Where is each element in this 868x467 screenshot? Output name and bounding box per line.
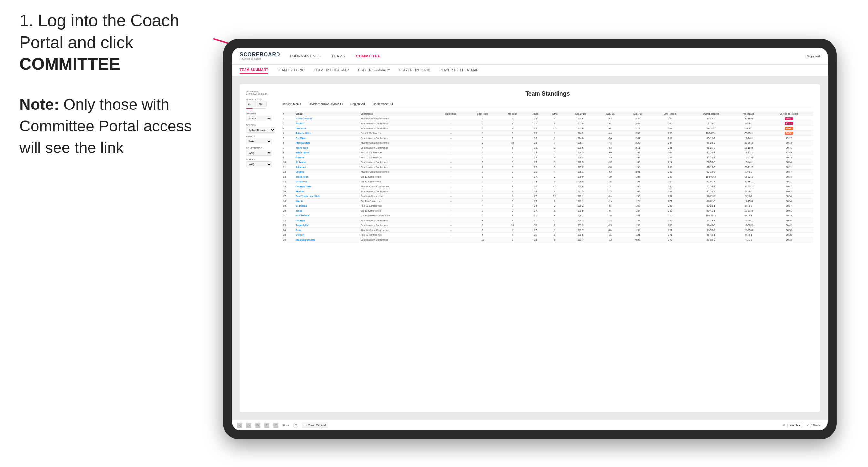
nav-item-tournaments[interactable]: TOURNAMENTS — [289, 53, 321, 60]
cell-conf-rank: 2 — [466, 126, 499, 131]
min-rounds-input-1[interactable] — [246, 101, 256, 107]
cell-school[interactable]: Auburn — [294, 121, 359, 126]
cell-overall: 109-24-2 — [689, 213, 733, 218]
toolbar-forward-icon[interactable]: ▷ — [246, 423, 251, 428]
cell-overall: 86-26-1 — [689, 155, 733, 160]
cell-school[interactable]: Georgia Tech — [294, 184, 359, 189]
nav-item-teams[interactable]: TEAMS — [332, 53, 346, 60]
cell-conf-rank: 4 — [466, 145, 499, 150]
cell-school[interactable]: Texas Tech — [294, 175, 359, 179]
cell-school[interactable]: Illinois — [294, 198, 359, 204]
toolbar-right-controls: ⤢ Share — [806, 423, 823, 428]
cell-school[interactable]: Florida — [294, 189, 359, 194]
toolbar-expand-icon[interactable]: ⤢ — [806, 424, 809, 427]
cell-school[interactable]: Oklahoma — [294, 179, 359, 184]
cell-school[interactable]: Texas — [294, 208, 359, 213]
cell-rank: 6 — [282, 141, 294, 145]
cell-overall: 66-40-1 — [689, 232, 733, 238]
cell-school[interactable]: Arizona — [294, 155, 359, 160]
cell-school[interactable]: New Mexico — [294, 213, 359, 218]
cell-rank: 5 — [282, 136, 294, 141]
table-area: Team Standings Gender: Men's Division: N… — [282, 90, 813, 242]
cell-school[interactable]: Arizona State — [294, 131, 359, 136]
cell-school[interactable]: Florida State — [294, 141, 359, 145]
min-rounds-input-2[interactable] — [257, 101, 267, 107]
toolbar-bookmark-icon[interactable]: □ — [273, 423, 278, 428]
cell-low: 260 — [652, 121, 688, 126]
view-original-button[interactable]: ☰ View: Original — [302, 423, 328, 428]
cell-school[interactable]: Duke — [294, 228, 359, 232]
table-scroll-container[interactable]: # School Conference Reg Rank Conf Rank N… — [282, 112, 813, 242]
table-row: 15 Georgia Tech Atlantic Coast Conferenc… — [282, 184, 813, 189]
region-select[interactable]: N/A — [246, 138, 272, 144]
toolbar-grid-icon[interactable]: ⊞ — [282, 424, 285, 427]
sub-nav-team-h2h-grid[interactable]: TEAM H2H GRID — [277, 67, 305, 73]
sub-nav-player-h2h-grid[interactable]: PLAYER H2H GRID — [399, 67, 431, 73]
cell-wins: 4 — [545, 189, 564, 194]
sub-nav-team-h2h-heatmap[interactable]: TEAM H2H HEATMAP — [314, 67, 349, 73]
cell-school[interactable]: Arkansas — [294, 165, 359, 169]
nav-item-committee[interactable]: COMMITTEE — [356, 53, 380, 60]
cell-no-tour: 9 — [499, 175, 526, 179]
cell-no-tour: 8 — [499, 179, 526, 184]
division-select[interactable]: NCAA Division I — [246, 127, 275, 133]
cell-school[interactable]: East Tennessee State — [294, 194, 359, 198]
toolbar-dots-icon[interactable]: ••• — [286, 424, 289, 427]
toolbar-refresh-icon[interactable]: ↻ — [255, 423, 260, 428]
cell-conf-rank: 1 — [466, 213, 499, 218]
cell-conference: Southeastern Conference — [359, 136, 435, 141]
cell-school[interactable]: California — [294, 204, 359, 208]
cell-school[interactable]: Virginia — [294, 169, 359, 175]
cell-school[interactable]: Alabama — [294, 160, 359, 165]
gender-select[interactable]: Men's — [246, 116, 272, 121]
cell-vs-top25: 30-15-1 — [733, 179, 764, 184]
watch-button[interactable]: Watch ▾ — [787, 423, 802, 428]
cell-school[interactable]: Oregon — [294, 232, 359, 238]
cell-avg-sg: -5.1 — [597, 204, 624, 208]
cell-conf-rank: 10 — [466, 238, 499, 242]
cell-rank: 24 — [282, 228, 294, 232]
cell-wins: 6 — [545, 121, 564, 126]
conference-select[interactable]: (All) — [246, 150, 272, 156]
view-original-icon: ☰ — [304, 424, 307, 427]
cell-vs-top50: 80.38 — [764, 232, 813, 238]
cell-school[interactable]: North Carolina — [294, 116, 359, 121]
cell-avg-par: 2.11 — [624, 145, 652, 150]
cell-school[interactable]: Ole Miss — [294, 136, 359, 141]
table-row: 13 Texas Tech Big 12 Conference — 1 9 27… — [282, 175, 813, 179]
cell-avg-par: 3.01 — [624, 169, 652, 175]
sub-nav-player-summary[interactable]: PLAYER SUMMARY — [358, 67, 390, 73]
toolbar-share-icon[interactable]: ⬆ — [264, 423, 270, 428]
cell-low: 265 — [652, 184, 688, 189]
cell-avg-par: 0.97 — [624, 238, 652, 242]
cell-conference: Southeastern Conference — [359, 238, 435, 242]
cell-avg-sg: -3.1 — [597, 179, 624, 184]
sign-out-link[interactable]: Sign out — [805, 54, 820, 58]
cell-school[interactable]: Georgia — [294, 218, 359, 223]
cell-low: 267 — [652, 175, 688, 179]
toolbar-back-icon[interactable]: ◁ — [237, 423, 242, 428]
cell-school[interactable]: Vanderbilt — [294, 126, 359, 131]
cell-wins: 1 — [545, 228, 564, 232]
school-select[interactable]: (All) — [246, 161, 272, 167]
cell-conf-rank: 7 — [466, 189, 499, 194]
toolbar-clock-icon[interactable]: ⏱ — [293, 423, 298, 428]
sub-nav-player-h2h-heatmap[interactable]: PLAYER H2H HEATMAP — [439, 67, 478, 73]
cell-school[interactable]: Texas A&M — [294, 223, 359, 228]
cell-adj-score: 278.7 — [564, 213, 597, 218]
cell-school[interactable]: Washington — [294, 150, 359, 155]
cell-no-tour: 9 — [499, 208, 526, 213]
cell-no-tour: 8 — [499, 165, 526, 169]
col-reg-rank: Reg Rank — [435, 112, 466, 116]
sub-nav-team-summary[interactable]: TEAM SUMMARY — [240, 67, 268, 74]
cell-wins: 9 — [545, 213, 564, 218]
share-button[interactable]: Share — [810, 423, 823, 428]
col-wins: Wins — [545, 112, 564, 116]
cell-avg-par: 1.85 — [624, 184, 652, 189]
cell-rank: 13 — [282, 175, 294, 179]
cell-reg-rank: — — [435, 194, 466, 198]
cell-overall: 104-43-2 — [689, 175, 733, 179]
rounds-slider-track[interactable] — [246, 108, 266, 109]
cell-school[interactable]: Tennessee — [294, 145, 359, 150]
cell-school[interactable]: Mississippi State — [294, 238, 359, 242]
